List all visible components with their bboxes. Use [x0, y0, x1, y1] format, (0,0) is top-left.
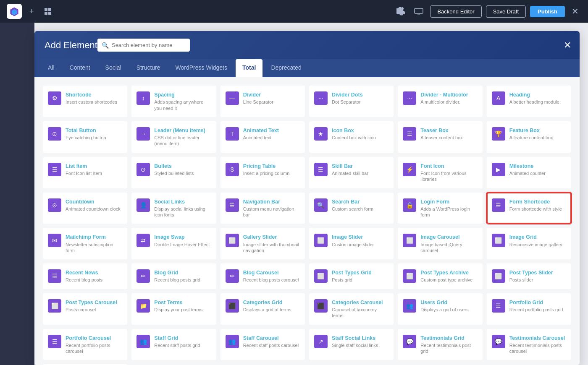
- element-card-divider-multicolor[interactable]: ···Divider - MulticolorA multicolor divi…: [398, 86, 482, 117]
- element-card-mailchimp-form[interactable]: ✉Mailchimp FormNewsletter subscription f…: [43, 228, 127, 259]
- element-card-leader-menu-items[interactable]: →Leader (Menu Items)CSS dot or line lead…: [131, 121, 216, 153]
- backend-editor-button[interactable]: Backend Editor: [430, 5, 481, 18]
- element-icon-teaser-box: ☰: [403, 127, 416, 141]
- element-card-blog-grid[interactable]: ✏Blog GridRecent blog posts grid: [131, 263, 216, 289]
- svg-rect-4: [45, 12, 47, 15]
- element-desc-bullets: Styled bulleted lists: [154, 170, 211, 176]
- element-card-font-icon[interactable]: ⚡Font IconFont Icon from various librari…: [398, 157, 482, 188]
- element-icon-users-grid: 👥: [403, 299, 416, 313]
- element-card-staff-carousel[interactable]: 👥Staff CarouselRecent staff posts carous…: [220, 329, 305, 360]
- save-draft-button[interactable]: Save Draft: [486, 5, 526, 18]
- element-card-image-slider[interactable]: ⬜Image SliderCustom image slider: [309, 228, 394, 259]
- element-name-portfolio-grid: Portfolio Grid: [509, 299, 566, 306]
- element-name-login-form: Login Form: [420, 198, 477, 205]
- element-icon-milestone: ▶: [492, 163, 505, 176]
- dialog-close-button[interactable]: ✕: [564, 41, 571, 50]
- element-card-image-carousel[interactable]: ⬜Image CarouselImage based jQuery carous…: [398, 228, 482, 259]
- element-card-bullets[interactable]: ⊙BulletsStyled bulleted lists: [131, 157, 216, 188]
- element-card-shortcode[interactable]: ⚙ShortcodeInsert custom shortcodes: [43, 86, 127, 117]
- tab-structure[interactable]: Structure: [130, 59, 167, 77]
- element-card-staff-grid[interactable]: 👥Staff GridRecent staff posts grid: [131, 329, 216, 360]
- element-card-blog-carousel[interactable]: ✏Blog CarouselRecent blog posts carousel: [220, 263, 305, 289]
- element-card-portfolio-carousel[interactable]: ☰Portfolio CarouselRecent portfolio post…: [43, 329, 127, 360]
- element-card-post-types-carousel[interactable]: ⬜Post Types CarouselPosts carousel: [43, 293, 127, 325]
- element-icon-login-form: 🔒: [403, 198, 416, 212]
- element-card-pricing-table[interactable]: $Pricing TableInsert a pricing column: [220, 157, 305, 188]
- add-button[interactable]: +: [27, 5, 37, 18]
- element-card-icon-box[interactable]: ★Icon BoxContent box with icon: [309, 121, 394, 153]
- tab-content[interactable]: Content: [63, 59, 97, 77]
- element-card-divider-dots[interactable]: ···Divider DotsDot Separator: [309, 86, 394, 117]
- element-card-spacing[interactable]: ↕SpacingAdds spacing anywhere you need i…: [131, 86, 216, 117]
- element-desc-total-button: Eye catching button: [66, 135, 122, 141]
- preview-icon[interactable]: [412, 5, 426, 17]
- element-card-list-item[interactable]: ☰List ItemFont Icon list Item: [43, 157, 127, 188]
- element-card-users-grid[interactable]: 👥Users GridDisplays a grid of users: [398, 293, 482, 325]
- dialog-tabs: All Content Social Structure WordPress W…: [34, 59, 580, 77]
- publish-button[interactable]: Publish: [530, 6, 565, 17]
- element-card-testimonials-grid[interactable]: 💬Testimonials GridRecent testimonials po…: [398, 329, 482, 360]
- settings-icon[interactable]: [394, 5, 407, 18]
- element-desc-post-types-carousel: Posts carousel: [66, 307, 122, 313]
- element-icon-categories-grid: ⬛: [226, 299, 239, 313]
- element-card-skill-bar[interactable]: ☰Skill BarAnimated skill bar: [309, 157, 394, 188]
- element-card-feature-box[interactable]: 🏆Feature BoxA feature content box: [487, 121, 571, 153]
- element-card-post-types-slider[interactable]: ⬜Post Types SliderPosts slider: [487, 263, 571, 289]
- element-card-recent-news[interactable]: ☰Recent NewsRecent blog posts: [43, 263, 127, 289]
- element-name-bullets: Bullets: [154, 163, 211, 169]
- element-name-countdown: Countdown: [66, 198, 122, 205]
- element-desc-staff-social-links: Single staff social links: [332, 342, 388, 348]
- element-desc-pricing-table: Insert a pricing column: [243, 170, 300, 176]
- element-card-post-types-archive[interactable]: ⬜Post Types ArchiveCustom post type arch…: [398, 263, 482, 289]
- element-name-portfolio-carousel: Portfolio Carousel: [66, 335, 122, 342]
- grid-button[interactable]: [42, 5, 54, 18]
- element-card-image-swap[interactable]: ⇄Image SwapDouble Image Hover Effect: [131, 228, 216, 259]
- element-desc-divider-multicolor: A multicolor divider.: [420, 99, 477, 105]
- element-card-teaser-box[interactable]: ☰Teaser BoxA teaser content box: [398, 121, 482, 153]
- element-icon-navigation-bar: ☰: [226, 198, 239, 212]
- element-name-recent-news: Recent News: [66, 269, 122, 276]
- element-name-image-slider: Image Slider: [332, 234, 388, 240]
- element-search-input[interactable]: [97, 39, 190, 52]
- element-card-countdown[interactable]: ⊙CountdownAnimated countdown clock: [43, 193, 127, 224]
- element-card-search-bar[interactable]: 🔍Search BarCustom search form: [309, 193, 394, 224]
- element-icon-list-item: ☰: [48, 163, 61, 176]
- element-card-categories-carousel[interactable]: ⬛Categories CarouselCarousel of taxonomy…: [309, 293, 394, 325]
- element-card-divider[interactable]: —DividerLine Separator: [220, 86, 305, 117]
- element-icon-staff-social-links: ↗: [314, 335, 328, 348]
- toolbar-close-button[interactable]: ✕: [569, 4, 581, 19]
- element-card-navigation-bar[interactable]: ☰Navigation BarCustom menu navigation ba…: [220, 193, 305, 224]
- element-desc-staff-carousel: Recent staff posts carousel: [243, 342, 300, 348]
- element-card-testimonials-carousel[interactable]: 💬Testimonials CarouselRecent testimonial…: [487, 329, 571, 360]
- tab-social[interactable]: Social: [99, 59, 128, 77]
- element-card-animated-text[interactable]: TAnimated TextAnimated text: [220, 121, 305, 153]
- element-card-form-shortcode[interactable]: ☰Form ShortcodeForm shortcode with style: [487, 193, 571, 224]
- element-icon-staff-grid: 👥: [136, 335, 150, 348]
- element-card-milestone[interactable]: ▶MilestoneAnimated counter: [487, 157, 571, 188]
- element-icon-image-grid: ⬜: [492, 234, 505, 247]
- element-icon-icon-box: ★: [314, 127, 328, 141]
- element-icon-portfolio-carousel: ☰: [48, 335, 61, 348]
- tab-total[interactable]: Total: [236, 59, 262, 77]
- element-card-portfolio-grid[interactable]: ☰Portfolio GridRecent portfolio posts gr…: [487, 293, 571, 325]
- element-card-heading[interactable]: AHeadingA better heading module: [487, 86, 571, 117]
- element-icon-divider-multicolor: ···: [403, 91, 416, 105]
- element-desc-navigation-bar: Custom menu navigation bar: [243, 206, 300, 218]
- tab-deprecated[interactable]: Deprecated: [264, 59, 308, 77]
- tab-wordpress-widgets[interactable]: WordPress Widgets: [169, 59, 234, 77]
- element-card-image-grid[interactable]: ⬜Image GridResponsive image gallery: [487, 228, 571, 259]
- element-name-pricing-table: Pricing Table: [243, 163, 300, 169]
- element-card-social-links[interactable]: 👤Social LinksDisplay social links using …: [131, 193, 216, 224]
- element-card-gallery-slider[interactable]: ⬜Gallery SliderImage slider with thumbna…: [220, 228, 305, 259]
- element-desc-recent-news: Recent blog posts: [66, 277, 122, 283]
- svg-rect-2: [45, 8, 47, 11]
- element-card-categories-grid[interactable]: ⬛Categories GridDisplays a grid of terms: [220, 293, 305, 325]
- tab-all[interactable]: All: [41, 59, 61, 77]
- element-card-post-types-grid[interactable]: ⬜Post Types GridPosts grid: [309, 263, 394, 289]
- element-card-post-terms[interactable]: 📁Post TermsDisplay your post terms.: [131, 293, 216, 325]
- element-icon-image-swap: ⇄: [136, 234, 150, 247]
- element-card-login-form[interactable]: 🔒Login FormAdds a WordPress login form: [398, 193, 482, 224]
- element-card-total-button[interactable]: ⊙Total ButtonEye catching button: [43, 121, 127, 153]
- element-card-staff-social-links[interactable]: ↗Staff Social LinksSingle staff social l…: [309, 329, 394, 360]
- element-desc-teaser-box: A teaser content box: [420, 135, 477, 141]
